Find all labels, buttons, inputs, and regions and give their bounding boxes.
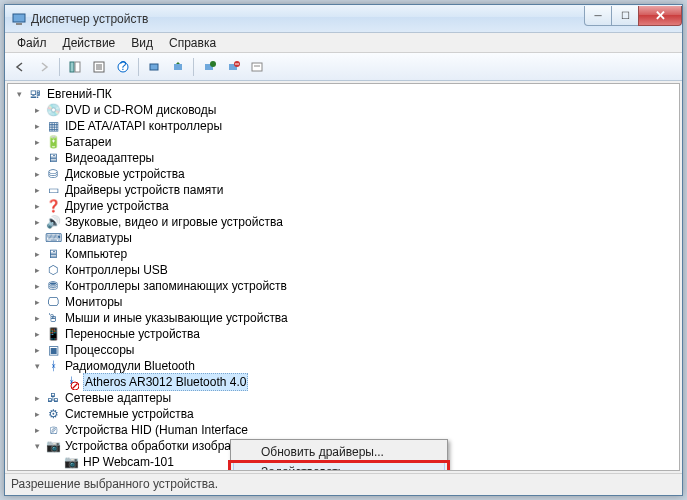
tree-label: Мониторы: [65, 294, 122, 310]
collapse-icon[interactable]: ▾: [14, 89, 25, 100]
tree-category[interactable]: ▸▣Процессоры: [10, 342, 679, 358]
menu-help[interactable]: Справка: [161, 34, 224, 52]
sound-icon: 🔊: [45, 214, 61, 230]
tree-category[interactable]: ▸🖱Мыши и иные указывающие устройства: [10, 310, 679, 326]
expand-icon[interactable]: ▸: [32, 265, 43, 276]
titlebar[interactable]: Диспетчер устройств ─ ☐ ✕: [5, 5, 682, 33]
mem-icon: ▭: [45, 182, 61, 198]
tree-label: Радиомодули Bluetooth: [65, 358, 195, 374]
device-tree[interactable]: ▾🖳Евгений-ПК▸💿DVD и CD-ROM дисководы▸▦ID…: [8, 84, 679, 471]
enable-button[interactable]: [198, 56, 220, 78]
toolbar-separator: [193, 58, 194, 76]
help-button[interactable]: ?: [112, 56, 134, 78]
tree-label: Системные устройства: [65, 406, 194, 422]
view-button[interactable]: [246, 56, 268, 78]
expand-icon[interactable]: ▸: [32, 297, 43, 308]
tree-category[interactable]: ▸🔋Батареи: [10, 134, 679, 150]
tree-category[interactable]: ▸🖧Сетевые адаптеры: [10, 390, 679, 406]
minimize-button[interactable]: ─: [584, 6, 612, 26]
tree-label: Батареи: [65, 134, 111, 150]
svg-rect-11: [174, 64, 182, 70]
tree-category[interactable]: ▸⬡Контроллеры USB: [10, 262, 679, 278]
collapse-icon[interactable]: ▾: [32, 441, 43, 452]
tree-category[interactable]: ▸⌨Клавиатуры: [10, 230, 679, 246]
tree-label: Контроллеры USB: [65, 262, 168, 278]
tree-category[interactable]: ▸⛃Контроллеры запоминающих устройств: [10, 278, 679, 294]
display-icon: 🖥: [45, 150, 61, 166]
tree-label: Переносные устройства: [65, 326, 200, 342]
context-menu-item[interactable]: Обновить драйверы...: [233, 442, 445, 462]
tree-label: Клавиатуры: [65, 230, 132, 246]
hdd-icon: ⛁: [45, 166, 61, 182]
expand-icon[interactable]: ▸: [32, 201, 43, 212]
expand-icon[interactable]: ▸: [32, 345, 43, 356]
tree-label: Видеоадаптеры: [65, 150, 154, 166]
tree-label: Контроллеры запоминающих устройств: [65, 278, 287, 294]
camera-icon: 📷: [63, 454, 79, 470]
back-button[interactable]: [9, 56, 31, 78]
tree-category[interactable]: ▸🖥Видеоадаптеры: [10, 150, 679, 166]
menu-action[interactable]: Действие: [55, 34, 124, 52]
properties-button[interactable]: [88, 56, 110, 78]
svg-rect-10: [150, 64, 158, 70]
expand-icon[interactable]: ▸: [32, 217, 43, 228]
scan-hardware-button[interactable]: [143, 56, 165, 78]
expand-icon[interactable]: ▸: [32, 313, 43, 324]
keyboard-icon: ⌨: [45, 230, 61, 246]
expand-icon[interactable]: ▸: [32, 169, 43, 180]
tree-category[interactable]: ▸❓Другие устройства: [10, 198, 679, 214]
expand-icon[interactable]: ▸: [32, 249, 43, 260]
expand-icon[interactable]: ▸: [32, 281, 43, 292]
expand-icon[interactable]: ▸: [32, 233, 43, 244]
svg-rect-17: [252, 63, 262, 71]
tree-category[interactable]: ▸⛁Дисковые устройства: [10, 166, 679, 182]
tree-category[interactable]: ▸💿DVD и CD-ROM дисководы: [10, 102, 679, 118]
tree-label: Компьютер: [65, 246, 127, 262]
forward-button[interactable]: [33, 56, 55, 78]
tree-category[interactable]: ▸⚙Системные устройства: [10, 406, 679, 422]
menu-view[interactable]: Вид: [123, 34, 161, 52]
tree-label: IDE ATA/ATAPI контроллеры: [65, 118, 222, 134]
context-menu-item[interactable]: Задействовать: [233, 462, 445, 471]
maximize-button[interactable]: ☐: [611, 6, 639, 26]
cpu-icon: ▣: [45, 342, 61, 358]
tree-category[interactable]: ▸🔊Звуковые, видео и игровые устройства: [10, 214, 679, 230]
uninstall-button[interactable]: [222, 56, 244, 78]
expand-icon[interactable]: ▸: [32, 185, 43, 196]
expand-icon[interactable]: ▸: [32, 137, 43, 148]
tree-device[interactable]: ᚼAtheros AR3012 Bluetooth 4.0: [10, 374, 679, 390]
tree-label: Устройства обработки изображ: [65, 438, 239, 454]
collapse-icon[interactable]: ▾: [32, 361, 43, 372]
tree-category[interactable]: ▸⎚Устройства HID (Human Interface: [10, 422, 679, 438]
expand-icon[interactable]: ▸: [32, 105, 43, 116]
tree-category[interactable]: ▸🖵Мониторы: [10, 294, 679, 310]
expand-icon[interactable]: ▸: [32, 329, 43, 340]
toolbar-separator: [59, 58, 60, 76]
close-button[interactable]: ✕: [638, 6, 682, 26]
tree-label: Дисковые устройства: [65, 166, 185, 182]
tree-category[interactable]: ▸▭Драйверы устройств памяти: [10, 182, 679, 198]
tree-label: HP Webcam-101: [83, 454, 174, 470]
tree-label: DVD и CD-ROM дисководы: [65, 102, 216, 118]
svg-rect-1: [16, 23, 22, 25]
expand-icon[interactable]: ▸: [32, 425, 43, 436]
expand-icon[interactable]: ▸: [32, 393, 43, 404]
tree-category[interactable]: ▸📱Переносные устройства: [10, 326, 679, 342]
statusbar: Разрешение выбранного устройства.: [5, 473, 682, 495]
app-icon: [11, 11, 27, 27]
storage-icon: ⛃: [45, 278, 61, 294]
menu-file[interactable]: Файл: [9, 34, 55, 52]
pc-icon: 🖳: [27, 86, 43, 102]
expand-icon[interactable]: ▸: [32, 153, 43, 164]
tree-label: Драйверы устройств памяти: [65, 182, 223, 198]
window-title: Диспетчер устройств: [31, 12, 585, 26]
tree-category[interactable]: ▾ᚼРадиомодули Bluetooth: [10, 358, 679, 374]
update-driver-button[interactable]: [167, 56, 189, 78]
tree-root[interactable]: ▾🖳Евгений-ПК: [10, 86, 679, 102]
tree-category[interactable]: ▸🖥Компьютер: [10, 246, 679, 262]
tree-category[interactable]: ▸▦IDE ATA/ATAPI контроллеры: [10, 118, 679, 134]
expand-icon[interactable]: ▸: [32, 409, 43, 420]
tree-area: ▾🖳Евгений-ПК▸💿DVD и CD-ROM дисководы▸▦ID…: [7, 83, 680, 471]
show-hide-tree-button[interactable]: [64, 56, 86, 78]
expand-icon[interactable]: ▸: [32, 121, 43, 132]
